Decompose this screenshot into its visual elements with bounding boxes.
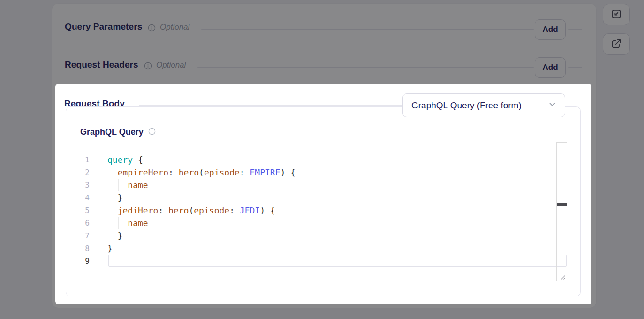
line-number: 1 (66, 153, 90, 166)
body-type-select-value: GraphQL Query (Free form) (411, 100, 522, 111)
line-number: 6 (66, 217, 90, 229)
body-type-select[interactable]: GraphQL Query (Free form) (402, 93, 565, 117)
chevron-down-icon (548, 100, 556, 110)
graphql-query-label: GraphQL Query (80, 127, 144, 137)
scrollbar-thumb[interactable] (557, 203, 567, 206)
graphql-editor-panel: GraphQL Query 1 query { 2 empireHero: he… (66, 106, 581, 296)
code-line[interactable]: 7 } (66, 229, 581, 242)
code-line[interactable]: 2 empireHero: hero(episode: EMPIRE) { (66, 166, 581, 179)
code-line[interactable]: 4 } (66, 191, 581, 204)
line-number: 7 (66, 229, 90, 242)
line-number: 3 (66, 179, 90, 191)
line-number: 2 (66, 166, 90, 179)
line-number: 5 (66, 204, 90, 217)
line-number: 8 (66, 242, 90, 255)
request-body-section: Request Body GraphQL Query (Free form) G… (55, 84, 591, 304)
code-line[interactable]: 1 query { (66, 153, 581, 166)
info-circle-icon[interactable] (148, 128, 156, 137)
divider-line (139, 105, 402, 106)
line-number: 4 (66, 191, 90, 204)
code-editor[interactable]: 1 query { 2 empireHero: hero(episode: EM… (66, 153, 581, 267)
code-line[interactable]: 6 name (66, 217, 581, 229)
resize-grip-icon[interactable] (559, 273, 566, 282)
editor-scrollbar[interactable] (556, 142, 567, 281)
code-line[interactable]: 8 } (66, 242, 581, 255)
code-line[interactable]: 5 jediHero: hero(episode: JEDI) { (66, 204, 581, 217)
code-line[interactable]: 3 name (66, 179, 581, 191)
line-number: 9 (66, 255, 90, 267)
active-line-highlight[interactable] (108, 255, 567, 267)
